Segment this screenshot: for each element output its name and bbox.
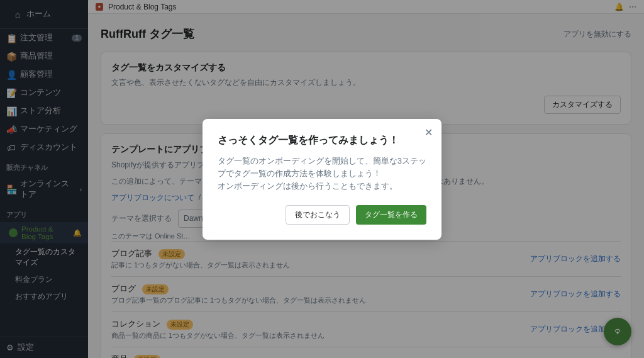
modal-close-button[interactable]: ✕ bbox=[425, 126, 433, 138]
modal-footer: 後でおこなう タグ一覧を作る bbox=[218, 205, 426, 225]
modal-body: タグ一覧のオンボーディングを開始して、簡単な3ステップでタグ一覧の作成方法を体験… bbox=[218, 155, 426, 193]
modal-cancel-button[interactable]: 後でおこなう bbox=[286, 205, 350, 225]
modal-confirm-button[interactable]: タグ一覧を作る bbox=[356, 205, 426, 225]
modal-overlay: ✕ さっそくタグ一覧を作ってみましょう！ タグ一覧のオンボーディングを開始して、… bbox=[0, 0, 644, 358]
modal-title: さっそくタグ一覧を作ってみましょう！ bbox=[218, 134, 426, 147]
modal: ✕ さっそくタグ一覧を作ってみましょう！ タグ一覧のオンボーディングを開始して、… bbox=[203, 119, 441, 240]
